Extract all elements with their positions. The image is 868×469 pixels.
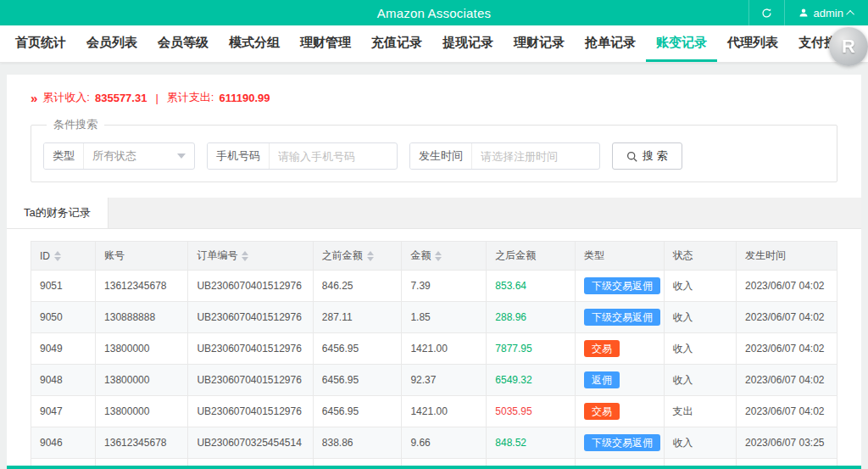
- table-row: 9050130888888UB2306070401512976287.111.8…: [31, 302, 837, 333]
- cell-account-value: 13612345678: [104, 280, 166, 292]
- cell-amount-value: 9.66: [410, 437, 430, 449]
- cell-order-number-value: UB2306070401512976: [197, 374, 301, 386]
- type-badge[interactable]: 下级交易返佣: [584, 434, 660, 451]
- totals-bar: » 累计收入: 835577.31 | 累计支出: 611190.99: [31, 75, 837, 105]
- time-input[interactable]: [472, 143, 599, 169]
- type-badge[interactable]: 交易: [584, 340, 620, 357]
- refresh-button[interactable]: [748, 0, 784, 25]
- table-row: 904613612345678UB2306070325454514838.869…: [31, 427, 837, 459]
- nav-item-label: 会员等级: [158, 35, 209, 51]
- time-text: 2023/06/07 04:02: [745, 311, 824, 323]
- column-header-inner: 金额: [410, 248, 477, 263]
- cell-account-value: 13800000: [104, 343, 149, 355]
- column-header-0[interactable]: ID: [31, 242, 96, 271]
- type-label: 类型: [44, 143, 84, 169]
- type-badge[interactable]: 下级交易返佣: [584, 277, 660, 294]
- total-income-value: 835577.31: [95, 92, 147, 104]
- user-menu[interactable]: admin: [784, 0, 868, 25]
- sort-icon[interactable]: [54, 251, 61, 261]
- nav-item-label: 会员列表: [86, 35, 137, 51]
- cell-amount-after-value: 848.52: [495, 437, 526, 449]
- cell-amount: 92.37: [402, 365, 487, 396]
- cell-id: 9048: [31, 365, 96, 396]
- cell-amount-value: 1.85: [410, 311, 430, 323]
- chevron-up-icon: [846, 9, 854, 18]
- cell-type: 交易: [575, 333, 664, 365]
- sort-icon[interactable]: [367, 251, 374, 261]
- cell-type: 下级交易返佣: [575, 271, 664, 302]
- column-label: 金额: [410, 248, 431, 263]
- cell-account: 13800000: [96, 396, 188, 427]
- column-label: 订单编号: [197, 248, 237, 263]
- cell-amount-value: 92.37: [410, 374, 436, 386]
- table-row: 905113612345678UB2306070401512976846.257…: [31, 271, 837, 302]
- type-badge[interactable]: 返佣: [584, 371, 620, 388]
- sort-asc-icon: [435, 251, 442, 255]
- cell-amount-before-value: 6456.95: [322, 343, 359, 355]
- cell-id-value: 9048: [40, 374, 63, 386]
- cell-amount-after: 6549.32: [487, 365, 576, 396]
- cell-account: 13612345678: [96, 271, 188, 302]
- bottom-accent-strip: [7, 466, 861, 469]
- search-button-label: 搜 索: [643, 148, 668, 164]
- column-label: 账号: [104, 248, 125, 263]
- column-header-2[interactable]: 订单编号: [188, 242, 313, 271]
- nav-item-label: 理财管理: [300, 35, 351, 51]
- nav-item-7[interactable]: 理财记录: [504, 25, 575, 62]
- cell-amount-before: 287.11: [313, 302, 402, 333]
- cell-order-number-value: UB2306070401512976: [197, 343, 301, 355]
- column-header-4[interactable]: 金额: [402, 242, 487, 271]
- nav-item-8[interactable]: 抢单记录: [575, 25, 646, 62]
- nav-item-1[interactable]: 会员列表: [76, 25, 147, 62]
- type-badge[interactable]: 下级交易返佣: [584, 309, 660, 326]
- cell-account-value: 13800000: [104, 405, 149, 417]
- phone-label: 手机号码: [208, 143, 270, 169]
- nav-item-10[interactable]: 代理列表: [717, 25, 788, 62]
- cell-amount-before-value: 6456.95: [322, 405, 359, 417]
- phone-group: 手机号码: [207, 142, 398, 170]
- app-title: Amazon Associates: [377, 6, 491, 20]
- column-label: 类型: [584, 248, 604, 263]
- cell-amount-after: 5035.95: [487, 396, 576, 427]
- tab-financial-records[interactable]: Ta的财务记录: [7, 198, 108, 228]
- cell-account-value: 13612345678: [104, 437, 166, 449]
- cell-status: 收入: [664, 333, 737, 365]
- tab-label: Ta的财务记录: [24, 205, 91, 221]
- cell-id: 9050: [31, 302, 96, 333]
- cell-amount-before-value: 838.86: [322, 437, 353, 449]
- cell-type: 下级交易返佣: [575, 427, 664, 459]
- nav-item-6[interactable]: 提现记录: [432, 25, 504, 62]
- cell-status: 收入: [664, 427, 737, 459]
- search-button[interactable]: 搜 索: [612, 142, 682, 170]
- status-text: 收入: [673, 280, 693, 292]
- nav-item-4[interactable]: 理财管理: [290, 25, 361, 62]
- column-header-3[interactable]: 之前金额: [313, 242, 402, 271]
- column-label: 发生时间: [745, 248, 786, 263]
- column-header-inner: 发生时间: [745, 248, 828, 263]
- total-expense-label: 累计支出:: [167, 90, 214, 105]
- cell-amount-before: 6456.95: [313, 333, 402, 365]
- nav-item-3[interactable]: 模式分组: [219, 25, 290, 62]
- sort-icon[interactable]: [435, 251, 442, 261]
- table-row: 904813800000UB23060704015129766456.9592.…: [31, 365, 837, 396]
- nav-item-label: 抢单记录: [585, 35, 636, 51]
- cell-amount-before-value: 846.25: [322, 280, 353, 292]
- nav-item-2[interactable]: 会员等级: [147, 25, 219, 62]
- table-row: 904913800000UB23060704015129766456.95142…: [31, 333, 837, 365]
- brand-logo-letter: R: [842, 36, 855, 58]
- time-text: 2023/06/07 03:25: [745, 437, 824, 449]
- nav-item-9[interactable]: 账变记录: [646, 25, 717, 62]
- column-header-8: 发生时间: [737, 242, 837, 271]
- nav-item-label: 提现记录: [442, 35, 493, 51]
- cell-amount: 1.85: [402, 302, 487, 333]
- cell-status: 收入: [664, 271, 737, 302]
- sort-icon[interactable]: [242, 251, 248, 261]
- phone-input[interactable]: [270, 143, 397, 169]
- type-badge[interactable]: 交易: [584, 403, 620, 420]
- nav-item-0[interactable]: 首页统计: [5, 25, 76, 62]
- cell-account: 130888888: [96, 302, 188, 333]
- nav-item-5[interactable]: 充值记录: [361, 25, 432, 62]
- cell-id: 9046: [31, 427, 96, 459]
- cell-amount-value: 7.39: [410, 280, 430, 292]
- type-select[interactable]: 类型 所有状态: [43, 142, 195, 170]
